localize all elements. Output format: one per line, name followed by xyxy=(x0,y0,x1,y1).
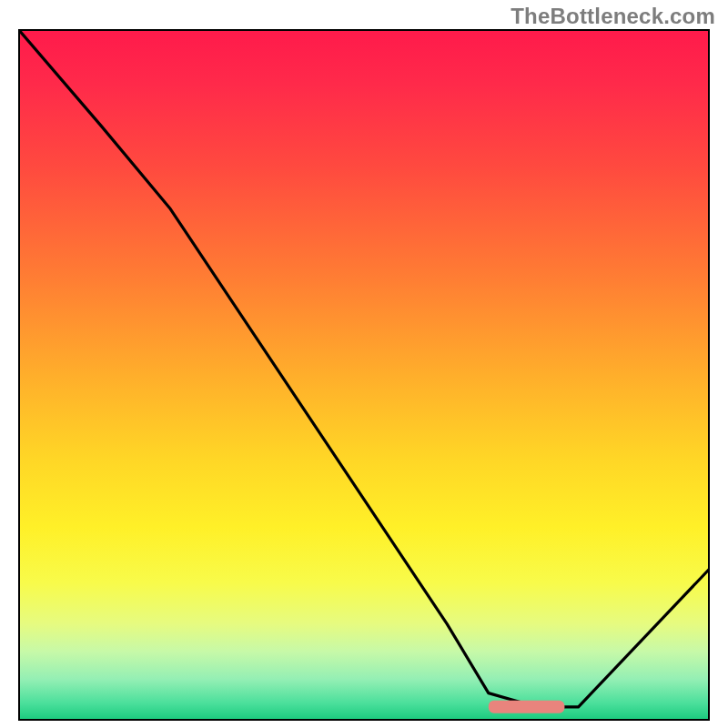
optimal-marker xyxy=(489,701,565,713)
chart-background xyxy=(18,29,710,721)
watermark-text: TheBottleneck.com xyxy=(511,4,715,29)
gradient-chart xyxy=(18,29,710,721)
